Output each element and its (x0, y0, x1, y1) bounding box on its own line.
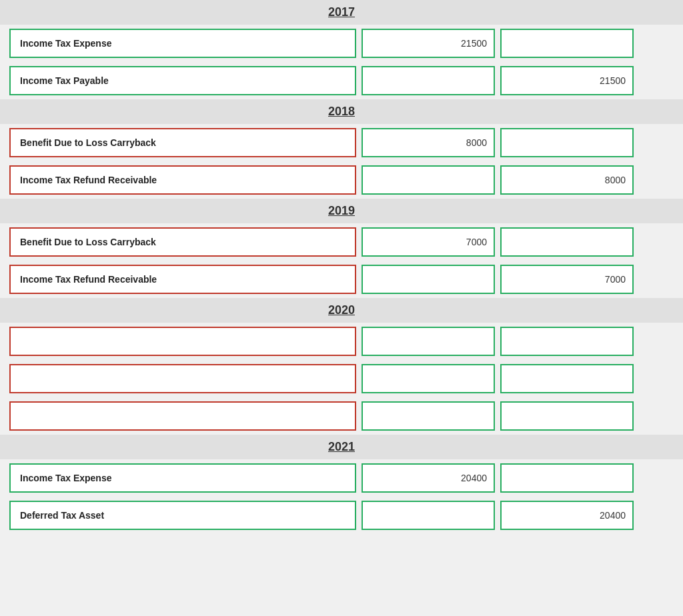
credit-value[interactable] (500, 227, 634, 257)
entry-row (0, 360, 683, 397)
account-label[interactable]: Income Tax Payable (9, 66, 356, 95)
account-label[interactable]: Income Tax Expense (9, 463, 356, 493)
account-label[interactable] (9, 327, 356, 356)
account-label[interactable]: Deferred Tax Asset (9, 501, 356, 530)
entry-row: Income Tax Expense20400 (0, 459, 683, 497)
year-header-2018: 2018 (0, 99, 683, 124)
year-header-2020: 2020 (0, 298, 683, 323)
account-label[interactable] (9, 401, 356, 431)
credit-value[interactable]: 20400 (500, 501, 634, 530)
year-header-2019: 2019 (0, 199, 683, 223)
entry-row: Deferred Tax Asset20400 (0, 497, 683, 534)
account-label[interactable]: Income Tax Expense (9, 29, 356, 58)
entry-row (0, 323, 683, 360)
year-header-2017: 2017 (0, 0, 683, 25)
entry-row: Benefit Due to Loss Carryback8000 (0, 124, 683, 161)
entry-row: Income Tax Payable21500 (0, 62, 683, 99)
debit-value[interactable]: 20400 (362, 463, 495, 493)
entry-row: Benefit Due to Loss Carryback7000 (0, 223, 683, 261)
debit-value[interactable] (362, 501, 495, 530)
account-label[interactable]: Income Tax Refund Receivable (9, 265, 356, 294)
debit-value[interactable] (362, 327, 495, 356)
entry-row: Income Tax Refund Receivable7000 (0, 261, 683, 298)
debit-value[interactable] (362, 401, 495, 431)
credit-value[interactable] (500, 327, 634, 356)
entry-row: Income Tax Expense21500 (0, 25, 683, 62)
credit-value[interactable]: 7000 (500, 265, 634, 294)
debit-value[interactable] (362, 364, 495, 393)
year-header-2021: 2021 (0, 435, 683, 459)
debit-value[interactable]: 8000 (362, 128, 495, 157)
page-wrapper: 2017Income Tax Expense21500Income Tax Pa… (0, 0, 683, 534)
credit-value[interactable] (500, 364, 634, 393)
debit-value[interactable]: 7000 (362, 227, 495, 257)
account-label[interactable]: Income Tax Refund Receivable (9, 165, 356, 195)
credit-value[interactable] (500, 401, 634, 431)
credit-value[interactable]: 21500 (500, 66, 634, 95)
credit-value[interactable] (500, 463, 634, 493)
debit-value[interactable]: 21500 (362, 29, 495, 58)
entry-row: Income Tax Refund Receivable8000 (0, 161, 683, 199)
debit-value[interactable] (362, 165, 495, 195)
credit-value[interactable] (500, 29, 634, 58)
debit-value[interactable] (362, 265, 495, 294)
debit-value[interactable] (362, 66, 495, 95)
account-label[interactable]: Benefit Due to Loss Carryback (9, 227, 356, 257)
credit-value[interactable] (500, 128, 634, 157)
account-label[interactable] (9, 364, 356, 393)
account-label[interactable]: Benefit Due to Loss Carryback (9, 128, 356, 157)
credit-value[interactable]: 8000 (500, 165, 634, 195)
entry-row (0, 397, 683, 435)
